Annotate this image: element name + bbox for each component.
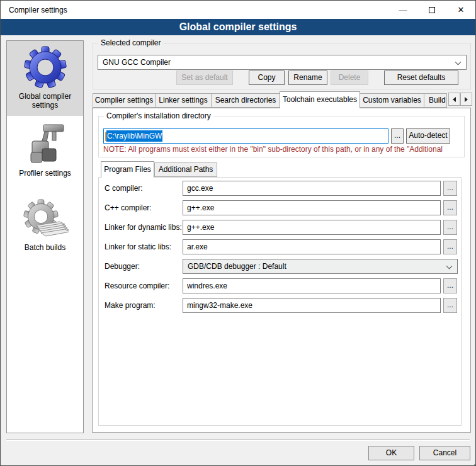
cpp-compiler-input[interactable] — [183, 200, 441, 215]
minimize-icon: — — [399, 5, 407, 14]
debugger-value: GDB/CDB debugger : Default — [188, 262, 286, 271]
footer-divider — [6, 440, 470, 441]
make-program-input[interactable] — [183, 298, 441, 313]
batch-builds-icon — [22, 196, 69, 242]
reset-defaults-button[interactable]: Reset defaults — [384, 71, 458, 85]
tab-search-directories[interactable]: Search directories — [211, 93, 280, 108]
sidebar-item-label: Global compiler settings — [7, 91, 83, 112]
arrow-left-icon — [453, 97, 456, 102]
selected-compiler-value: GNU GCC Compiler — [103, 58, 171, 67]
tab-build-truncated[interactable]: Build — [424, 93, 447, 108]
titlebar: Compiler settings — ✕ — [1, 1, 475, 19]
set-as-default-button[interactable]: Set as default — [176, 71, 233, 85]
profiler-icon — [22, 122, 69, 168]
tab-compiler-settings[interactable]: Compiler settings — [93, 93, 156, 108]
sidebar-item-label: Profiler settings — [7, 168, 83, 180]
subtab-additional-paths[interactable]: Additional Paths — [154, 162, 217, 177]
selected-compiler-legend: Selected compiler — [98, 38, 163, 47]
settings-category-list: Global compiler settings Profiler settin… — [6, 40, 84, 433]
installation-directory-input[interactable]: C:\raylib\MinGW — [103, 128, 388, 144]
selected-compiler-combobox[interactable]: GNU GCC Compiler — [98, 55, 467, 70]
delete-button[interactable]: Delete — [331, 71, 368, 85]
gear-blue-icon — [22, 44, 69, 91]
rename-button[interactable]: Rename — [288, 71, 327, 85]
debugger-label: Debugger: — [105, 259, 183, 274]
linker-dynamic-browse-button[interactable]: ... — [443, 220, 457, 235]
c-compiler-browse-button[interactable]: ... — [443, 181, 457, 196]
linker-dynamic-label: Linker for dynamic libs: — [105, 220, 183, 235]
ok-button[interactable]: OK — [368, 446, 414, 460]
tab-scroll-right-button[interactable] — [460, 93, 472, 106]
note-text: NOTE: All programs must exist either in … — [103, 145, 463, 154]
tab-scroll-left-button[interactable] — [448, 93, 460, 106]
selected-path-text: C:\raylib\MinGW — [106, 130, 162, 142]
window-title: Compiler settings — [9, 6, 67, 14]
tab-custom-variables[interactable]: Custom variables — [360, 93, 424, 108]
minimize-button[interactable]: — — [388, 1, 417, 19]
tab-toolchain-executables[interactable]: Toolchain executables — [280, 91, 360, 108]
make-program-browse-button[interactable]: ... — [443, 298, 457, 313]
browse-directory-button[interactable]: ... — [391, 128, 404, 144]
chevron-down-icon — [446, 263, 453, 270]
linker-static-input[interactable] — [183, 239, 441, 254]
sidebar-item-global-compiler-settings[interactable]: Global compiler settings — [7, 41, 83, 116]
linker-static-browse-button[interactable]: ... — [443, 239, 457, 254]
maximize-button[interactable] — [417, 1, 446, 19]
installation-directory-legend: Compiler's installation directory — [104, 111, 213, 120]
sidebar-item-label: Batch builds — [7, 242, 83, 254]
linker-static-label: Linker for static libs: — [105, 239, 183, 254]
debugger-combobox[interactable]: GDB/CDB debugger : Default — [183, 259, 458, 274]
chevron-down-icon — [455, 59, 462, 65]
dialog-header: Global compiler settings — [1, 19, 475, 35]
cpp-compiler-browse-button[interactable]: ... — [443, 200, 457, 215]
resize-grip[interactable] — [472, 462, 473, 463]
make-program-label: Make program: — [105, 298, 183, 313]
resource-compiler-input[interactable] — [183, 278, 441, 293]
c-compiler-input[interactable] — [183, 181, 441, 196]
c-compiler-label: C compiler: — [105, 181, 183, 196]
close-icon: ✕ — [458, 5, 465, 14]
cpp-compiler-label: C++ compiler: — [105, 200, 183, 215]
arrow-right-icon — [465, 97, 468, 102]
cancel-button[interactable]: Cancel — [419, 446, 470, 460]
compiler-settings-dialog: Compiler settings — ✕ Global compiler se… — [0, 0, 476, 466]
linker-dynamic-input[interactable] — [183, 220, 441, 235]
sidebar-item-batch-builds[interactable]: Batch builds — [7, 196, 83, 254]
subtab-program-files[interactable]: Program Files — [101, 161, 154, 178]
auto-detect-button[interactable]: Auto-detect — [406, 128, 450, 144]
resource-compiler-browse-button[interactable]: ... — [443, 278, 457, 293]
resource-compiler-label: Resource compiler: — [105, 278, 183, 293]
sidebar-item-profiler-settings[interactable]: Profiler settings — [7, 122, 83, 180]
close-button[interactable]: ✕ — [446, 1, 475, 19]
maximize-icon — [429, 7, 435, 13]
copy-button[interactable]: Copy — [249, 71, 285, 85]
tab-linker-settings[interactable]: Linker settings — [155, 93, 212, 108]
